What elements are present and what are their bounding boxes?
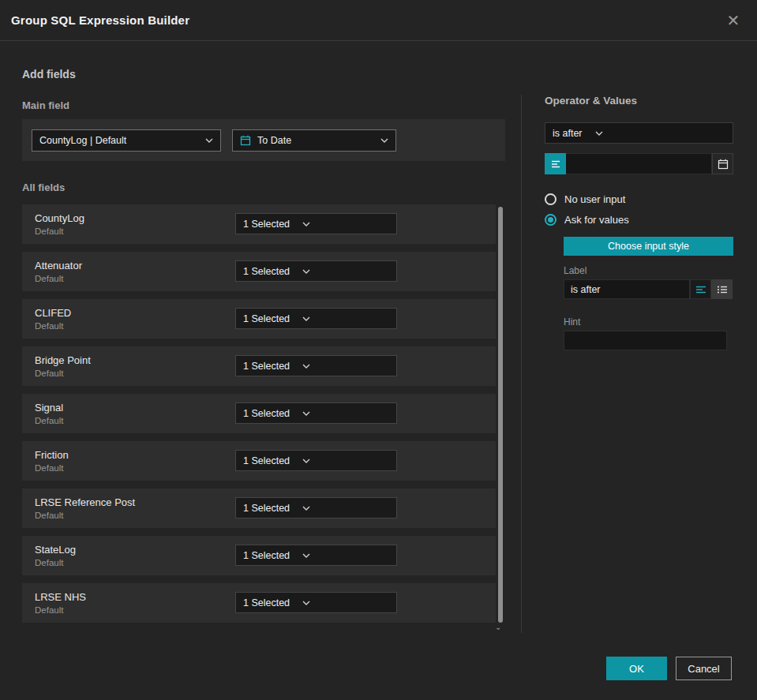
main-field-select[interactable]: CountyLog | Default	[32, 129, 221, 152]
field-row: Attenuator Default 1 Selected	[22, 252, 496, 291]
field-row: LRSE Reference Post Default 1 Selected	[22, 489, 496, 528]
operator-select-value: is after	[553, 128, 583, 139]
field-row: CountyLog Default 1 Selected	[22, 204, 496, 244]
field-row: Friction Default 1 Selected	[22, 441, 496, 481]
field-selection-value: 1 Selected	[243, 361, 290, 372]
radio-ask-for-values[interactable]: Ask for values	[545, 214, 733, 226]
input-mode-icon[interactable]	[545, 153, 566, 174]
value-input-row	[545, 153, 733, 174]
radio-no-user-input[interactable]: No user input	[545, 193, 733, 205]
chevron-down-icon	[302, 411, 310, 416]
ok-button[interactable]: OK	[606, 657, 667, 680]
ask-for-values-options: Choose input style Label Hint	[564, 226, 733, 350]
field-selection-value: 1 Selected	[243, 408, 290, 419]
label-field-label: Label	[564, 265, 733, 276]
field-selection-dropdown[interactable]: 1 Selected	[235, 308, 397, 329]
field-selection-dropdown[interactable]: 1 Selected	[235, 260, 397, 282]
radio-ask-for-values-label: Ask for values	[564, 214, 629, 226]
list-scrollbar[interactable]	[498, 207, 503, 623]
group-sql-expression-builder-dialog: Group SQL Expression Builder ✕ Add field…	[0, 0, 757, 700]
calendar-icon	[240, 135, 251, 146]
radio-unselected-icon	[545, 193, 557, 205]
chevron-down-icon	[302, 506, 310, 511]
vertical-divider	[521, 95, 522, 633]
field-selection-dropdown[interactable]: 1 Selected	[235, 450, 397, 471]
date-field-select[interactable]: To Date	[232, 129, 396, 152]
label-input[interactable]	[564, 279, 690, 299]
operator-select[interactable]: is after	[545, 122, 733, 144]
chevron-down-icon	[380, 138, 388, 143]
chevron-down-icon	[595, 131, 603, 136]
field-row: StateLog Default 1 Selected	[22, 536, 496, 575]
date-picker-icon[interactable]	[712, 153, 733, 174]
field-selection-value: 1 Selected	[243, 503, 290, 514]
dialog-title: Group SQL Expression Builder	[11, 13, 189, 27]
chevron-down-icon	[302, 553, 310, 558]
field-selection-value: 1 Selected	[243, 313, 290, 324]
field-selection-value: 1 Selected	[243, 597, 290, 608]
chevron-down-icon	[302, 364, 310, 369]
radio-selected-icon	[545, 214, 557, 226]
field-selection-value: 1 Selected	[243, 455, 290, 466]
field-selection-dropdown[interactable]: 1 Selected	[235, 545, 397, 566]
main-field-select-value: CountyLog | Default	[39, 135, 126, 146]
value-input[interactable]	[566, 153, 712, 174]
label-input-row	[564, 279, 733, 299]
field-selection-dropdown[interactable]: 1 Selected	[235, 497, 397, 518]
single-line-style-icon[interactable]	[690, 279, 711, 299]
field-selection-dropdown[interactable]: 1 Selected	[235, 213, 397, 234]
field-selection-value: 1 Selected	[243, 219, 290, 230]
dialog-header: Group SQL Expression Builder ✕	[0, 0, 757, 41]
field-selection-value: 1 Selected	[243, 550, 290, 561]
list-style-icon[interactable]	[711, 279, 733, 299]
field-row: Signal Default 1 Selected	[22, 394, 496, 433]
field-row: LRSE NHS Default 1 Selected	[22, 583, 496, 623]
field-selection-dropdown[interactable]: 1 Selected	[235, 592, 397, 613]
field-selection-value: 1 Selected	[243, 266, 290, 277]
all-fields-list: CountyLog Default 1 Selected Attenuator …	[22, 204, 505, 623]
radio-no-user-input-label: No user input	[564, 193, 625, 205]
date-field-select-value: To Date	[257, 135, 291, 146]
field-selection-dropdown[interactable]: 1 Selected	[235, 402, 397, 424]
hint-input[interactable]	[564, 331, 727, 350]
field-row: CLIFED Default 1 Selected	[22, 299, 496, 339]
left-column: Main field CountyLog | Default To Date	[22, 99, 505, 631]
main-field-panel: CountyLog | Default To Date	[22, 119, 505, 161]
chevron-down-icon	[302, 601, 310, 605]
cancel-button[interactable]: Cancel	[676, 657, 732, 680]
chevron-down-icon	[205, 138, 213, 143]
field-selection-dropdown[interactable]: 1 Selected	[235, 355, 397, 376]
operator-values-heading: Operator & Values	[545, 95, 733, 107]
choose-input-style-button[interactable]: Choose input style	[564, 237, 733, 256]
close-icon[interactable]: ✕	[722, 9, 744, 32]
field-row: Bridge Point Default 1 Selected	[22, 346, 496, 386]
add-fields-heading: Add fields	[22, 68, 76, 80]
chevron-down-icon	[302, 269, 310, 274]
chevron-down-icon	[302, 459, 310, 463]
operator-values-panel: Operator & Values is after No user input…	[545, 95, 733, 350]
all-fields-label: All fields	[22, 182, 505, 193]
chevron-down-icon	[302, 222, 310, 226]
scroll-down-icon[interactable]: ⌄	[495, 623, 501, 631]
main-field-label: Main field	[22, 99, 505, 111]
chevron-down-icon	[302, 316, 310, 321]
hint-field-label: Hint	[564, 316, 733, 328]
